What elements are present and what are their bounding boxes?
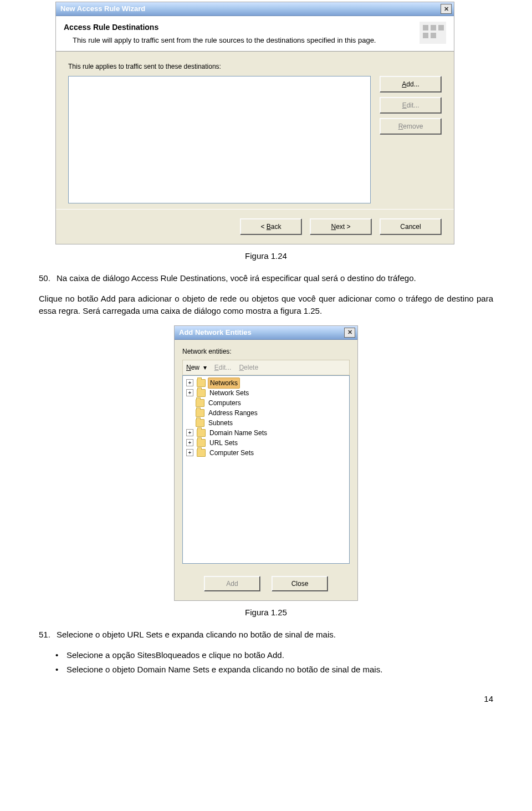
wizard-footer: < Back Next > Cancel: [56, 209, 454, 244]
folder-icon: [196, 399, 204, 407]
destinations-label: This rule applies to traffic sent to the…: [68, 62, 221, 72]
folder-icon: [196, 419, 204, 427]
expand-icon: [186, 400, 192, 406]
figure-caption-2: Figura 1.25: [39, 606, 493, 619]
edit-button[interactable]: Edit...: [380, 97, 442, 114]
tree-item-label: Computer Sets: [208, 448, 255, 458]
wizard-titlebar: New Access Rule Wizard ✕: [56, 2, 454, 16]
expand-icon: [186, 410, 192, 416]
folder-icon: [196, 409, 204, 417]
wizard-header: Access Rule Destinations This rule will …: [56, 16, 454, 52]
cancel-button[interactable]: Cancel: [380, 218, 442, 235]
destinations-list[interactable]: [68, 76, 371, 203]
folder-icon: [197, 379, 206, 387]
bullet-item: •Selecione o objeto Domain Name Sets e e…: [55, 664, 493, 676]
tree-item[interactable]: +Domain Name Sets: [185, 428, 347, 438]
tree-item-label: Network Sets: [208, 388, 250, 398]
ane-close-button[interactable]: ✕: [344, 328, 355, 338]
wizard-header-desc: This rule will apply to traffic sent fro…: [73, 35, 376, 45]
bullet-icon: •: [55, 649, 66, 662]
folder-icon: [197, 429, 206, 437]
figure-caption-1: Figura 1.24: [39, 250, 493, 263]
back-button[interactable]: < Back: [240, 218, 302, 235]
tree-item-label: Address Ranges: [207, 408, 259, 418]
step-51-number: 51.: [39, 629, 57, 641]
add-button[interactable]: Add...: [380, 76, 442, 93]
page-number: 14: [39, 693, 493, 706]
toolbar-delete[interactable]: Delete: [239, 363, 258, 373]
edit-underline: E: [402, 101, 407, 109]
tree-item-label: Networks: [208, 378, 240, 389]
wizard-header-title: Access Rule Destinations: [64, 22, 376, 33]
remove-button[interactable]: Remove: [380, 118, 442, 135]
close-icon: ✕: [444, 4, 449, 14]
tree-item[interactable]: Address Ranges: [185, 408, 347, 418]
bullet-icon: •: [55, 664, 66, 676]
folder-icon: [197, 449, 206, 457]
remove-underline: R: [398, 123, 403, 130]
next-button[interactable]: Next >: [310, 218, 372, 235]
step-51-text: Selecione o objeto URL Sets e expanda cl…: [57, 629, 336, 641]
toolbar-edit[interactable]: Edit...: [214, 363, 232, 373]
bullet-text: Selecione o objeto Domain Name Sets e ex…: [66, 664, 382, 676]
tree-item-label: Computers: [207, 398, 243, 408]
wizard-title: New Access Rule Wizard: [60, 3, 145, 14]
tree-item[interactable]: Subnets: [185, 418, 347, 428]
tree-item-label: URL Sets: [208, 438, 239, 448]
network-entities-tree[interactable]: +Networks+Network SetsComputersAddress R…: [182, 375, 350, 564]
ane-toolbar: New ▾ Edit... Delete: [182, 360, 350, 375]
close-icon: ✕: [347, 328, 352, 337]
wizard-header-icon: [420, 22, 446, 44]
expand-icon[interactable]: +: [186, 379, 193, 386]
ane-add-button[interactable]: Add: [204, 576, 260, 591]
bullet-text: Selecione a opção SitesBloqueados e cliq…: [66, 649, 284, 662]
expand-icon[interactable]: +: [186, 449, 193, 456]
network-entities-label: Network entities:: [182, 346, 350, 356]
folder-icon: [197, 439, 206, 447]
step-50-sentence1: Na caixa de diálogo Access Rule Destinat…: [57, 273, 416, 283]
tree-item-label: Subnets: [207, 418, 234, 428]
step-50-number: 50.: [39, 272, 57, 285]
bullet-item: •Selecione a opção SitesBloqueados e cli…: [55, 649, 493, 662]
close-button[interactable]: ✕: [441, 4, 452, 14]
tree-item[interactable]: Computers: [185, 398, 347, 408]
tree-item[interactable]: +URL Sets: [185, 438, 347, 448]
toolbar-new[interactable]: New ▾: [186, 363, 207, 373]
expand-icon[interactable]: +: [186, 389, 193, 396]
ane-title: Add Network Entities: [179, 327, 252, 338]
tree-item[interactable]: +Computer Sets: [185, 448, 347, 458]
add-network-entities-dialog: Add Network Entities ✕ Network entities:…: [174, 325, 358, 601]
step-50-sentence2: Clique no botão Add para adicionar o obj…: [39, 293, 493, 318]
tree-item[interactable]: +Network Sets: [185, 388, 347, 398]
expand-icon[interactable]: +: [186, 429, 193, 436]
expand-icon[interactable]: +: [186, 439, 193, 446]
ane-close-btn[interactable]: Close: [272, 576, 328, 591]
expand-icon: [186, 420, 192, 426]
wizard-dialog: New Access Rule Wizard ✕ Access Rule Des…: [55, 2, 454, 244]
folder-icon: [197, 389, 206, 397]
tree-item[interactable]: +Networks: [185, 378, 347, 388]
ane-titlebar: Add Network Entities ✕: [175, 326, 357, 340]
wizard-body: This rule applies to traffic sent to the…: [56, 52, 454, 209]
tree-item-label: Domain Name Sets: [208, 428, 269, 438]
